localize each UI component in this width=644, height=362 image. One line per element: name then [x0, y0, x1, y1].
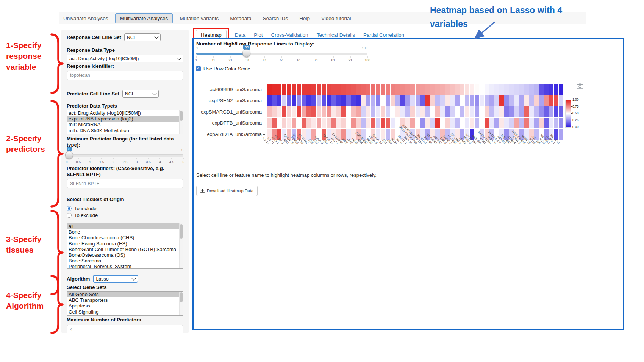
- list-option-bone-sarcoma[interactable]: Bone:Sarcoma: [67, 258, 183, 264]
- heatmap-cell: [534, 84, 539, 95]
- heatmap-cell: [450, 84, 455, 95]
- scrollbar-thumb[interactable]: [180, 111, 183, 121]
- heatmap-cell: [554, 84, 558, 95]
- radio-to-include[interactable]: [67, 206, 72, 211]
- heatmap-cell: [317, 84, 321, 95]
- list-option-peripheral-nervous-system[interactable]: Peripheral_Nervous_System: [67, 264, 183, 269]
- heatmap-cell: [440, 106, 445, 117]
- max-predictors-input[interactable]: 4: [67, 325, 183, 333]
- tab-technical-details[interactable]: Technical Details: [317, 32, 355, 38]
- tab-plot[interactable]: Plot: [254, 32, 263, 38]
- heatmap-cell: [529, 95, 534, 106]
- scrollbar[interactable]: [179, 110, 183, 134]
- heatmap-cell: [292, 118, 296, 129]
- chevron-down-icon: [132, 276, 136, 280]
- heatmap-cell: [435, 95, 440, 106]
- slider-tickmark: [299, 56, 299, 58]
- response-identifier-input[interactable]: topotecan: [67, 71, 183, 80]
- heatmap-cell: [277, 106, 281, 117]
- gene-sets-listbox[interactable]: All Gene SetsABC TransportersApoptosisCe…: [67, 291, 183, 316]
- list-option-bone[interactable]: Bone: [67, 229, 183, 235]
- nav-tab-mutation-variants[interactable]: Mutation variants: [175, 14, 223, 23]
- list-option-apoptosis[interactable]: Apoptosis: [67, 303, 183, 309]
- scrollbar-thumb[interactable]: [180, 224, 183, 239]
- scrollbar-thumb[interactable]: [180, 292, 183, 302]
- heatmap-row-label-exparid1a-unisarcoma[interactable]: expARID1A_uniSarcoma: [191, 129, 265, 140]
- slider-track[interactable]: [67, 154, 183, 157]
- slider-tick-label: 2: [113, 160, 114, 164]
- row-color-scale-checkbox[interactable]: [196, 66, 201, 71]
- response-identifier-label: Response Identifier:: [67, 63, 183, 69]
- radio-label-to-include: To include: [74, 206, 97, 211]
- heatmap-row-label-act609699-unisarcoma[interactable]: act609699_uniSarcoma: [191, 84, 265, 95]
- list-option-exp-mrna-expression-log2[interactable]: exp: mRNA Expression (log2): [67, 116, 183, 122]
- slider-tick-label: 71: [314, 58, 318, 62]
- heatmap-cell: [554, 95, 558, 106]
- download-heatmap-data-button[interactable]: Download Heatmap Data: [196, 186, 258, 196]
- heatmap-cell: [306, 95, 311, 106]
- nav-tab-univariate-analyses[interactable]: Univariate Analyses: [59, 14, 113, 23]
- heatmap-cell: [504, 118, 509, 129]
- nav-tab-video-tutorial[interactable]: Video tutorial: [317, 14, 356, 23]
- list-option-all[interactable]: all: [67, 223, 183, 229]
- list-option-abc-transporters[interactable]: ABC Transporters: [67, 297, 183, 303]
- algorithm-select[interactable]: Lasso: [93, 275, 138, 283]
- slider-tickmark: [102, 158, 102, 159]
- tab-data[interactable]: Data: [235, 32, 246, 38]
- axis-tick: [561, 140, 561, 141]
- list-option-bone-chondrosarcoma-chs[interactable]: Bone:Chondrosarcoma (CHS): [67, 235, 183, 240]
- list-option-cell-signaling[interactable]: Cell Signaling: [67, 309, 183, 315]
- predictor-data-types-listbox[interactable]: act: Drug Activity (-log10[IC50M])exp: m…: [67, 110, 183, 134]
- nav-tab-multivariate-analyses[interactable]: Multivariate Analyses: [115, 13, 173, 23]
- list-option-mir-microrna[interactable]: mir: MicroRNA: [67, 122, 183, 127]
- heatmap-cell: [514, 106, 519, 117]
- nav-tab-metadata[interactable]: Metadata: [225, 14, 256, 23]
- heatmap-cell: [416, 95, 420, 106]
- list-option-bone-ewing-sarcoma-es[interactable]: Bone:Ewing Sarcoma (ES): [67, 241, 183, 247]
- response-cell-line-set-select[interactable]: NCI: [124, 33, 161, 41]
- camera-icon[interactable]: [577, 83, 583, 89]
- list-option-bone-osteosarcoma-os[interactable]: Bone:Osteosarcoma (OS): [67, 252, 183, 258]
- predictor-identifiers-input[interactable]: SLFN11 BPTF: [67, 179, 183, 188]
- heatmap-row-label-exppsen2-unisarcoma[interactable]: expPSEN2_uniSarcoma: [191, 95, 265, 106]
- tab-cross-validation[interactable]: Cross-Validation: [271, 32, 308, 38]
- heatmap-cell: [460, 106, 464, 117]
- heatmap-row-label-expsmarcd1-unisarcoma[interactable]: expSMARCD1_uniSarcoma: [191, 106, 265, 117]
- heatmap-cell: [460, 118, 464, 129]
- predictor-cell-line-set-select[interactable]: NCI: [122, 90, 159, 98]
- slider-tick-label: 5: [182, 160, 184, 164]
- radio-to-exclude[interactable]: [67, 213, 72, 218]
- response-data-type-select[interactable]: act: Drug Activity (-log10[IC50M]): [67, 55, 183, 62]
- tab-partial-correlation[interactable]: Partial Correlation: [363, 32, 404, 38]
- heatmap-grid[interactable]: [267, 84, 563, 140]
- heatmap-cell: [480, 118, 484, 129]
- scrollbar[interactable]: [179, 223, 183, 268]
- heatmap-cell: [327, 95, 331, 106]
- list-option-bone-giant-cell-tumor-of-bone-gctb-sarcoma[interactable]: Bone:Giant Cell Tumor of Bone (GCTB) Sar…: [67, 247, 183, 252]
- slider-tick-label: 51: [280, 58, 284, 62]
- nav-tab-search-ids[interactable]: Search IDs: [258, 14, 292, 23]
- tissue-radio-group: To includeTo exclude: [67, 205, 183, 218]
- list-option-mth-dna-850k-methylation[interactable]: mth: DNA 850K Methylation: [67, 128, 183, 133]
- heatmap-cell: [559, 84, 563, 95]
- scrollbar[interactable]: [179, 292, 183, 315]
- heatmap-cell: [381, 84, 385, 95]
- slider-tickmark: [113, 158, 114, 159]
- download-icon: [200, 189, 205, 193]
- min-predictor-range-slider[interactable]: 5 0 00.511.522.533.544.55: [67, 149, 183, 165]
- tissues-listbox[interactable]: allBoneBone:Chondrosarcoma (CHS)Bone:Ewi…: [67, 223, 183, 269]
- chevron-down-icon: [177, 56, 181, 60]
- slider-tickmark: [247, 56, 248, 58]
- colorbar-tick-label: 0.75: [572, 105, 579, 108]
- heatmap-cell: [341, 84, 346, 95]
- heatmap-cell: [341, 118, 346, 129]
- slider-max-label: 100: [362, 46, 367, 50]
- heatmap-row-label-expdffb-unisarcoma[interactable]: expDFFB_uniSarcoma: [191, 117, 265, 128]
- list-option-act-drug-activity-log10-ic50m[interactable]: act: Drug Activity (-log10[IC50M]): [67, 110, 183, 116]
- response-lines-slider[interactable]: 1 100 30 1112131415161718191100: [196, 47, 367, 66]
- nav-tab-help[interactable]: Help: [295, 14, 314, 23]
- list-option-all-gene-sets[interactable]: All Gene Sets: [67, 292, 183, 297]
- heatmap-cell: [455, 118, 460, 129]
- slider-tick-label: 0.5: [76, 160, 81, 164]
- app-window: Univariate AnalysesMultivariate Analyses…: [0, 0, 644, 362]
